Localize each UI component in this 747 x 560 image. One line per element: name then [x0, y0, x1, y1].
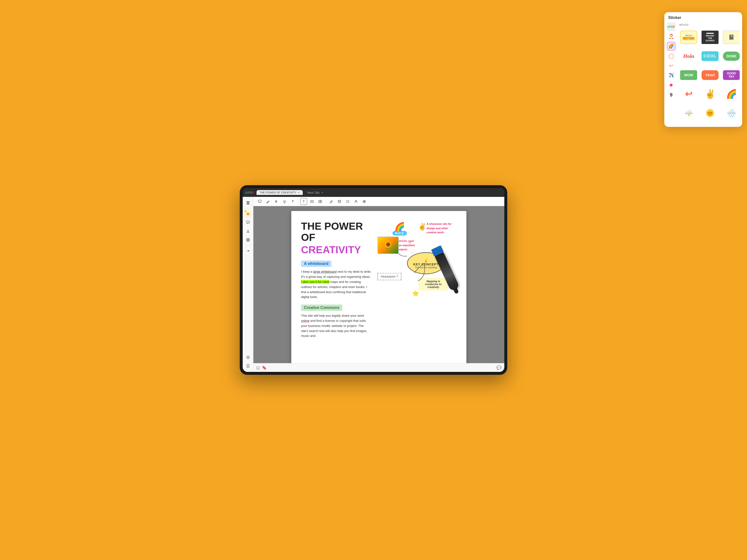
pdf-title-colored: CREATIVITY — [301, 244, 371, 256]
sticker-moon[interactable]: 🌙 — [700, 124, 720, 125]
chat-icon[interactable]: 💬 — [496, 365, 501, 370]
tab-edit-icon[interactable]: ✏ — [298, 191, 300, 194]
sticker-panel: Sticker UPDF 🎅 🌈 ◯ ↩ ✈️ 9 MOOD — [664, 12, 742, 127]
svg-rect-5 — [247, 238, 248, 240]
sidebar-item-convert[interactable] — [244, 247, 252, 255]
sticker-nine-big[interactable]: 9 — [679, 124, 698, 125]
layers-icon[interactable]: ◱ — [256, 365, 260, 370]
sticker-hola[interactable]: Hola — [679, 48, 698, 65]
svg-rect-0 — [247, 201, 250, 202]
key-concept-title: KEY CONCEPT — [413, 263, 439, 266]
sidebar-item-export[interactable] — [244, 227, 252, 235]
toolbar-textfield-btn[interactable] — [309, 198, 315, 205]
sticker-notepad[interactable]: 📓 — [722, 29, 740, 46]
toolbar: S U T T — [253, 197, 504, 206]
sticker-sidebar: UPDF 🎅 🌈 ◯ ↩ ✈️ 9 — [667, 22, 675, 125]
sidebar-item-highlight[interactable] — [244, 210, 252, 217]
pdf-area[interactable]: THE POWER OF CREATIVITY A whiteboard I k… — [253, 206, 504, 363]
bottom-left-icons: ◱ 🔖 — [256, 365, 267, 370]
key-concept-cloud: 💡 KEY CONCEPT This can be anything — [407, 252, 445, 274]
sticker-grid: MUCH BETTER BEHIND THE SCENES 📓 — [677, 27, 740, 125]
add-tab-icon[interactable]: + — [321, 191, 323, 194]
sticker-sidebar-nine[interactable]: 9 — [667, 90, 675, 99]
sticker-much-better[interactable]: MUCH BETTER — [679, 29, 698, 46]
toolbar-underline-btn[interactable]: U — [281, 198, 288, 205]
sticker-wow[interactable]: WOW — [679, 66, 698, 84]
toolbar-comment-btn[interactable] — [256, 198, 263, 205]
sticker-arrow-big[interactable]: ↩ — [679, 85, 698, 103]
sticker-sidebar-santa[interactable]: 🎅 — [667, 32, 675, 41]
pdf-title-line1: THE POWER OF — [301, 221, 371, 243]
toolbar-strikethrough-btn[interactable]: S — [273, 198, 280, 205]
toolbar-separator-1 — [298, 199, 299, 204]
sidebar-item-pages[interactable] — [244, 199, 252, 207]
sticker-sidebar-plane[interactable]: ✈️ — [667, 71, 675, 80]
toolbar-color-btn[interactable] — [361, 198, 368, 205]
sticker-behind-scenes[interactable]: BEHIND THE SCENES — [700, 29, 720, 46]
showcase-text: A showcase site fordesign and othercreat… — [427, 222, 452, 235]
section2-heading: Creative Commons — [301, 304, 342, 311]
sticker-content: UPDF 🎅 🌈 ◯ ↩ ✈️ 9 MOOD MUCH BETTER — [664, 20, 742, 127]
sidebar-item-bookmark[interactable] — [244, 362, 252, 370]
sticker-thunder[interactable]: 🌩️ — [679, 105, 698, 122]
sticker-grid-area: MOOD MUCH BETTER BEHIND THE SCENES — [677, 22, 740, 125]
tab-title: THE POWER OF CREATIVITY — [259, 191, 297, 194]
sticker-category: MOOD — [677, 22, 740, 27]
toolbar-shape-btn[interactable] — [336, 198, 343, 205]
left-sidebar — [243, 197, 253, 372]
sticker-peace-big[interactable]: ✌️ — [700, 85, 720, 103]
sticker-done[interactable]: DONE — [722, 48, 740, 65]
section1-heading: A whiteboard — [301, 261, 331, 267]
toolbar-markup-btn[interactable] — [328, 198, 335, 205]
headspace-label: Headspace ? — [381, 275, 398, 278]
sticker-cloud-cry[interactable]: 🌧️ — [722, 105, 740, 122]
sticker-sidebar-rainbow[interactable]: 🌈 — [667, 42, 675, 51]
sidebar-item-comment[interactable] — [244, 218, 252, 226]
new-tab-label: New Tab — [307, 191, 319, 194]
sticker-sun-face[interactable]: 🌞 — [700, 105, 720, 122]
toolbar-person-btn[interactable] — [353, 198, 359, 205]
section1-text: I keep a large whiteboard next to my des… — [301, 269, 371, 300]
toolbar-separator-2 — [326, 199, 326, 204]
title-bar: UPDF THE POWER OF CREATIVITY ✏ New Tab + — [243, 188, 504, 197]
toolbar-text-btn[interactable]: T — [289, 198, 296, 205]
svg-rect-7 — [247, 240, 248, 241]
sticker-panel-title: Sticker — [664, 12, 742, 20]
active-tab[interactable]: THE POWER OF CREATIVITY ✏ — [257, 190, 303, 195]
toolbar-pen-btn[interactable] — [264, 198, 272, 205]
nice-sticker[interactable]: 🌈 NICE — [392, 222, 407, 236]
sidebar-divider — [244, 208, 252, 208]
sidebar-item-organize[interactable] — [244, 236, 252, 244]
sidebar-item-layers[interactable] — [244, 353, 252, 361]
bookmark-icon[interactable]: 🔖 — [262, 365, 267, 370]
sticker-sidebar-dot[interactable] — [667, 81, 675, 89]
sticker-good-try[interactable]: GOODTRY — [722, 66, 740, 84]
svg-rect-12 — [320, 200, 322, 203]
svg-rect-3 — [247, 215, 249, 215]
sticker-rainbow-big[interactable]: 🌈 — [722, 85, 740, 103]
sunflower-image: 🌻 — [378, 237, 399, 254]
svg-rect-1 — [247, 203, 250, 203]
svg-rect-11 — [319, 200, 320, 203]
bottom-right-icons: 💬 — [496, 365, 501, 370]
toolbar-circle-btn[interactable] — [344, 198, 351, 205]
svg-rect-2 — [247, 204, 250, 205]
toolbar-textbox-btn[interactable]: T — [300, 198, 307, 205]
sticker-sidebar-updf[interactable]: UPDF — [667, 22, 675, 31]
peace-sticker: ✌️ — [418, 223, 427, 231]
sticker-cool[interactable]: COOL — [700, 48, 720, 65]
sticker-yeah[interactable]: YEAH — [700, 66, 720, 84]
new-tab-button[interactable]: New Tab + — [305, 190, 326, 195]
sticker-title-text: Sticker — [668, 16, 681, 20]
device-frame: UPDF THE POWER OF CREATIVITY ✏ New Tab + — [240, 185, 507, 375]
svg-rect-6 — [248, 238, 250, 240]
key-concept-sub: This can be anything — [415, 266, 437, 269]
toolbar-columns-btn[interactable] — [317, 198, 324, 205]
sticker-sidebar-ring[interactable]: ◯ — [667, 52, 675, 60]
bottom-bar: ◱ 🔖 💬 — [253, 363, 504, 372]
napping-box: Napping is conducive to creativity — [419, 278, 448, 290]
pdf-page: THE POWER OF CREATIVITY A whiteboard I k… — [291, 211, 466, 363]
main-layout: S U T T — [243, 197, 504, 372]
section2-text: This site will help you legally share yo… — [301, 313, 371, 339]
sticker-sidebar-arrow[interactable]: ↩ — [667, 61, 675, 70]
